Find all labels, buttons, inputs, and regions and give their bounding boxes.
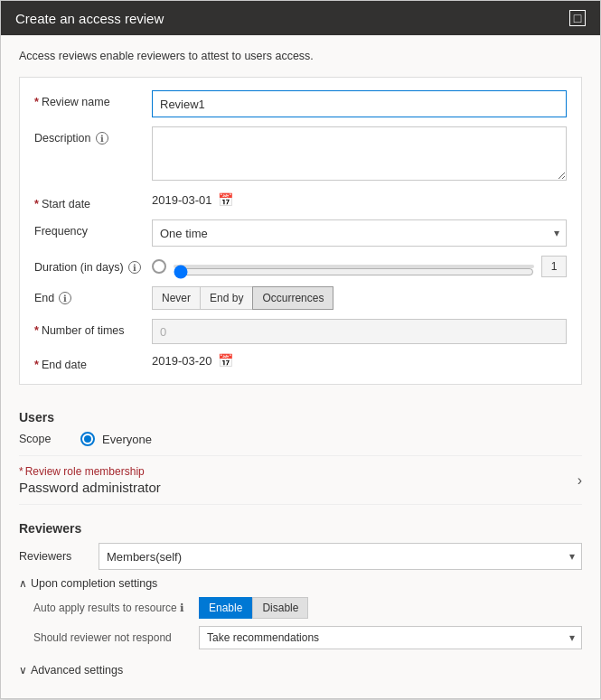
end-info-icon[interactable]: ℹ xyxy=(59,292,71,304)
advanced-toggle[interactable]: ∨ Advanced settings xyxy=(19,657,582,680)
duration-radio[interactable] xyxy=(152,259,166,274)
description-control xyxy=(152,126,567,183)
description-label: Description ℹ xyxy=(34,126,152,145)
start-date-label: * Start date xyxy=(34,192,152,210)
end-date-label: * End date xyxy=(34,353,152,371)
duration-slider[interactable] xyxy=(174,265,534,279)
end-date-control: 2019-03-20 📅 xyxy=(152,353,567,368)
scope-label: Scope xyxy=(19,433,73,445)
form-section: * Review name Description ℹ xyxy=(19,77,582,385)
frequency-row: Frequency One time Weekly Monthly Quarte… xyxy=(34,219,567,247)
start-date-calendar-icon[interactable]: 📅 xyxy=(218,192,233,207)
reviewers-label: Reviewers xyxy=(19,550,91,563)
start-date-control: 2019-03-01 📅 xyxy=(152,192,567,207)
duration-row: Duration (in days) ℹ 1 xyxy=(34,256,567,277)
end-never-button[interactable]: Never xyxy=(152,286,201,310)
advanced-title: Advanced settings xyxy=(31,664,123,677)
start-date-row: * Start date 2019-03-01 📅 xyxy=(34,192,567,210)
end-date-required-star: * xyxy=(34,359,39,371)
reviewers-section-title: Reviewers xyxy=(19,521,582,536)
completion-title: Upon completion settings xyxy=(31,577,157,590)
not-respond-label: Should reviewer not respond xyxy=(33,631,192,644)
review-role-content: * Review role membership Password admini… xyxy=(19,465,161,495)
duration-value-box: 1 xyxy=(541,256,567,277)
dialog-title: Create an access review xyxy=(15,11,164,26)
number-of-times-input xyxy=(152,319,567,344)
end-endby-button[interactable]: End by xyxy=(200,286,253,310)
end-label: End ℹ xyxy=(34,286,152,304)
end-date-row: * End date 2019-03-20 📅 xyxy=(34,353,567,371)
review-role-row[interactable]: * Review role membership Password admini… xyxy=(19,456,582,505)
start-date-required-star: * xyxy=(34,198,39,210)
end-buttons-group: Never End by Occurrences xyxy=(152,286,567,310)
start-date-value: 2019-03-01 xyxy=(152,193,212,207)
auto-apply-disable-button[interactable]: Disable xyxy=(252,597,308,619)
description-row: Description ℹ xyxy=(34,126,567,183)
description-input[interactable] xyxy=(152,126,567,181)
duration-label: Duration (in days) ℹ xyxy=(34,256,152,274)
create-access-review-dialog: Create an access review □ Access reviews… xyxy=(0,0,601,699)
intro-text: Access reviews enable reviewers to attes… xyxy=(19,50,582,62)
duration-info-icon[interactable]: ℹ xyxy=(128,261,141,274)
description-info-icon[interactable]: ℹ xyxy=(96,132,108,145)
review-name-label: * Review name xyxy=(34,90,152,108)
scope-row: Scope Everyone xyxy=(19,432,582,456)
number-of-times-label: * Number of times xyxy=(34,319,152,337)
duration-inner-row: 1 xyxy=(152,256,567,277)
reviewers-row: Reviewers Members(self) Group owners Sel… xyxy=(19,543,582,570)
frequency-label: Frequency xyxy=(34,219,152,238)
close-button[interactable]: □ xyxy=(569,10,586,26)
auto-apply-row: Auto apply results to resource ℹ Enable … xyxy=(33,597,582,619)
review-role-label: * Review role membership xyxy=(19,465,161,478)
end-control: Never End by Occurrences xyxy=(152,286,567,310)
end-row: End ℹ Never End by Occurrences xyxy=(34,286,567,310)
end-occurrences-button[interactable]: Occurrences xyxy=(252,286,333,310)
auto-apply-label: Auto apply results to resource ℹ xyxy=(33,602,192,614)
reviewers-select-wrapper: Members(self) Group owners Selected user… xyxy=(99,543,582,570)
scope-radio[interactable] xyxy=(80,432,95,446)
dialog-body: Access reviews enable reviewers to attes… xyxy=(1,35,600,698)
frequency-control: One time Weekly Monthly Quarterly Annual xyxy=(152,219,567,247)
advanced-chevron-down-icon: ∨ xyxy=(19,664,27,677)
required-star: * xyxy=(34,96,39,108)
reviewers-select[interactable]: Members(self) Group owners Selected user… xyxy=(99,543,582,570)
review-role-required-star: * xyxy=(19,465,23,478)
review-name-row: * Review name xyxy=(34,90,567,117)
auto-apply-info-icon[interactable]: ℹ xyxy=(180,602,184,614)
auto-apply-enable-button[interactable]: Enable xyxy=(199,597,252,619)
frequency-select-wrapper: One time Weekly Monthly Quarterly Annual xyxy=(152,219,567,247)
review-name-input[interactable] xyxy=(152,90,567,117)
dialog-header: Create an access review □ xyxy=(1,1,600,35)
not-respond-select[interactable]: Take recommendations Approve access Deny… xyxy=(199,626,582,649)
completion-toggle[interactable]: ∧ Upon completion settings xyxy=(19,577,582,590)
frequency-select[interactable]: One time Weekly Monthly Quarterly Annual xyxy=(152,219,567,247)
duration-control: 1 xyxy=(152,256,567,277)
duration-slider-track xyxy=(174,265,534,268)
number-of-times-required-star: * xyxy=(34,324,39,337)
review-name-control xyxy=(152,90,567,117)
users-section-title: Users xyxy=(19,410,582,425)
users-section: Users Scope Everyone * Review role membe… xyxy=(19,397,582,509)
completion-fields: Auto apply results to resource ℹ Enable … xyxy=(19,597,582,649)
completion-chevron-up-icon: ∧ xyxy=(19,577,27,590)
not-respond-row: Should reviewer not respond Take recomme… xyxy=(33,626,582,649)
completion-section: ∧ Upon completion settings Auto apply re… xyxy=(19,577,582,649)
not-respond-select-wrapper: Take recommendations Approve access Deny… xyxy=(199,626,582,649)
reviewers-section: Reviewers Reviewers Members(self) Group … xyxy=(19,509,582,684)
review-role-chevron-icon: › xyxy=(578,472,582,489)
review-role-value: Password administrator xyxy=(19,480,161,495)
number-of-times-control xyxy=(152,319,567,344)
end-date-calendar-icon[interactable]: 📅 xyxy=(218,353,233,368)
scope-value: Everyone xyxy=(102,433,152,446)
number-of-times-row: * Number of times xyxy=(34,319,567,344)
auto-apply-buttons: Enable Disable xyxy=(199,597,308,619)
end-date-value: 2019-03-20 xyxy=(152,354,212,368)
